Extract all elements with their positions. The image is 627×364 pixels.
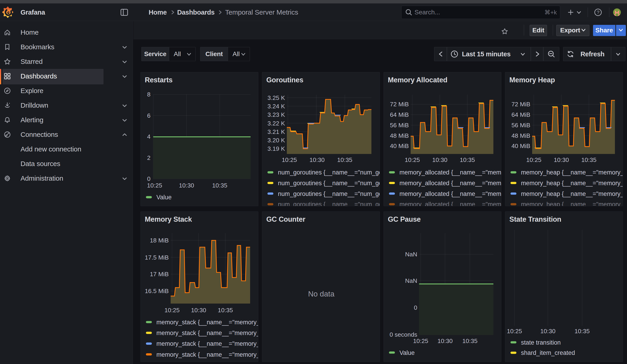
svg-text:48 MiB: 48 MiB xyxy=(511,132,530,139)
svg-text:72 MiB: 72 MiB xyxy=(511,101,530,108)
svg-text:memory_allocated {__name__="me: memory_allocated {__name__="memory_alloc… xyxy=(399,180,501,187)
svg-text:memory_allocated {__name__="me: memory_allocated {__name__="memory_alloc… xyxy=(399,201,501,206)
svg-text:8: 8 xyxy=(147,91,151,98)
svg-text:64 MiB: 64 MiB xyxy=(511,111,530,118)
svg-text:72 MiB: 72 MiB xyxy=(390,101,409,108)
svg-text:3.20 K: 3.20 K xyxy=(267,137,285,144)
svg-text:10:25: 10:25 xyxy=(507,328,522,335)
svg-text:memory_heap {__name__="memory_: memory_heap {__name__="memory_heap"} xyxy=(521,180,623,187)
svg-text:memory_allocated {__name__="me: memory_allocated {__name__="memory_alloc… xyxy=(399,190,501,197)
svg-text:NaN: NaN xyxy=(405,277,417,284)
svg-text:Value: Value xyxy=(157,194,172,201)
svg-text:18 MiB: 18 MiB xyxy=(150,237,169,244)
svg-text:memory_allocated {__name__="me: memory_allocated {__name__="memory_alloc… xyxy=(399,169,501,176)
svg-text:40 MiB: 40 MiB xyxy=(390,143,409,149)
svg-text:10:25: 10:25 xyxy=(526,156,541,163)
svg-text:10:30: 10:30 xyxy=(554,156,569,163)
svg-text:17 MiB: 17 MiB xyxy=(150,271,169,278)
svg-text:2: 2 xyxy=(147,155,151,161)
svg-text:10:30: 10:30 xyxy=(191,307,206,313)
svg-text:memory_heap {__name__="memory_: memory_heap {__name__="memory_heap"} xyxy=(521,201,623,206)
svg-text:10:35: 10:35 xyxy=(212,182,228,189)
svg-text:10:30: 10:30 xyxy=(432,156,448,163)
svg-text:state transition: state transition xyxy=(521,339,561,346)
svg-text:num_goroutines {__name__="num_: num_goroutines {__name__="num_goroutines… xyxy=(278,180,380,187)
svg-text:memory_heap {__name__="memory_: memory_heap {__name__="memory_heap"} xyxy=(521,190,623,197)
svg-text:num_goroutines {__name__="num_: num_goroutines {__name__="num_goroutines… xyxy=(278,190,380,197)
svg-text:10:25: 10:25 xyxy=(147,182,162,189)
svg-text:3.23 K: 3.23 K xyxy=(267,111,285,118)
svg-text:10:30: 10:30 xyxy=(438,338,453,344)
svg-text:10:25: 10:25 xyxy=(405,156,420,163)
svg-text:3.22 K: 3.22 K xyxy=(267,120,285,127)
svg-text:memory_heap {__name__="memory_: memory_heap {__name__="memory_heap"} xyxy=(521,169,623,176)
svg-text:10:25: 10:25 xyxy=(164,307,180,313)
svg-text:40 MiB: 40 MiB xyxy=(511,143,530,149)
svg-text:10:35: 10:35 xyxy=(337,156,353,163)
svg-text:10:30: 10:30 xyxy=(179,182,194,189)
svg-text:10:30: 10:30 xyxy=(540,328,556,335)
svg-text:10:35: 10:35 xyxy=(460,156,475,163)
svg-text:3.25 K: 3.25 K xyxy=(267,95,285,101)
svg-text:17.5 MiB: 17.5 MiB xyxy=(145,254,169,261)
svg-text:16.5 MiB: 16.5 MiB xyxy=(145,288,169,294)
svg-text:6: 6 xyxy=(147,112,151,119)
svg-text:0: 0 xyxy=(414,304,417,311)
svg-text:shard_item_created: shard_item_created xyxy=(521,349,575,356)
svg-text:memory_stack {__name__="memory: memory_stack {__name__="memory_stack"} xyxy=(157,351,258,358)
svg-text:10:30: 10:30 xyxy=(310,156,325,163)
svg-text:num_goroutines {__name__="num_: num_goroutines {__name__="num_goroutines… xyxy=(278,169,380,176)
svg-text:10:25: 10:25 xyxy=(413,338,428,344)
svg-text:memory_stack {__name__="memory: memory_stack {__name__="memory_stack"} xyxy=(157,319,258,326)
svg-text:10:35: 10:35 xyxy=(581,156,597,163)
svg-text:10:35: 10:35 xyxy=(575,328,590,335)
svg-text:0 seconds: 0 seconds xyxy=(390,331,417,338)
svg-text:num_goroutines {__name__="num_: num_goroutines {__name__="num_goroutines… xyxy=(278,201,380,206)
svg-text:memory_stack {__name__="memory: memory_stack {__name__="memory_stack"} xyxy=(157,340,258,347)
svg-text:NaN: NaN xyxy=(405,251,417,258)
svg-text:?: ? xyxy=(597,9,599,15)
svg-text:memory_stack {__name__="memory: memory_stack {__name__="memory_stack"} xyxy=(157,330,258,336)
svg-text:10:35: 10:35 xyxy=(218,307,233,313)
svg-text:Value: Value xyxy=(399,349,415,356)
svg-text:3.21 K: 3.21 K xyxy=(267,128,285,135)
svg-text:3.19 K: 3.19 K xyxy=(267,145,285,152)
svg-text:3.24 K: 3.24 K xyxy=(267,103,285,110)
svg-text:64 MiB: 64 MiB xyxy=(390,111,409,118)
svg-text:4: 4 xyxy=(147,133,151,140)
svg-text:No data: No data xyxy=(308,290,334,298)
svg-text:10:35: 10:35 xyxy=(462,338,478,344)
svg-text:0: 0 xyxy=(147,175,151,182)
svg-text:48 MiB: 48 MiB xyxy=(390,132,409,139)
svg-text:10:25: 10:25 xyxy=(282,156,297,163)
svg-text:56 MiB: 56 MiB xyxy=(511,122,530,129)
svg-text:56 MiB: 56 MiB xyxy=(390,122,409,129)
